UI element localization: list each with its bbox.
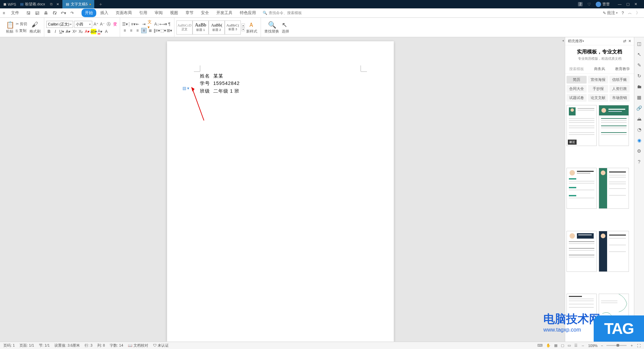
ribbon-tab-layout[interactable]: 页面布局 [112,9,135,17]
vt-link-icon[interactable]: 🔗 [636,105,642,111]
panel-list-icon[interactable]: ⇄ [623,39,626,43]
cat-letter[interactable]: 信纸手账 [609,76,630,84]
more-icon[interactable]: 〉 [636,10,640,16]
hamburger-icon[interactable]: ≡ [0,11,8,15]
ribbon-tab-special[interactable]: 特色应用 [236,9,259,17]
clear-format-icon[interactable]: Ⓐ [106,21,111,27]
file-menu[interactable]: 文件 [8,10,22,16]
doc-tab-1[interactable]: ▤ 盼望着.docx ⧉ ✕ [17,0,62,8]
hand-icon[interactable]: ✋ [546,343,551,348]
panel-close-icon[interactable]: ✕ [628,39,631,43]
status-position[interactable]: 设置值: 3.6厘米 [54,343,80,348]
phonetic-icon[interactable]: 变 [112,21,118,27]
underline-icon[interactable]: U▾ [59,29,64,34]
find-replace-button[interactable]: 🔍查找替换 [263,21,280,34]
font-color-icon[interactable]: A▾ [97,29,103,34]
view-read-icon[interactable]: ▢ [561,343,564,348]
ribbon-tab-section[interactable]: 章节 [182,9,197,17]
font-name-select[interactable]: Calibri (正文)▾ [46,21,73,28]
fullscreen-icon[interactable]: ⛶ [637,344,641,348]
borders-icon[interactable]: ⊞▾ [167,28,172,33]
zoom-out-icon[interactable]: − [601,344,603,348]
panel-tab-education[interactable]: 教育教学 [611,64,634,73]
superscript-icon[interactable]: X² [72,29,77,34]
zoom-in-icon[interactable]: ＋ [630,343,634,348]
tab-window-icon[interactable]: ⧉ [50,2,53,6]
copy-button[interactable]: ⎘复制 [15,28,28,34]
align-left-icon[interactable]: ≡ [122,28,127,33]
print-icon[interactable]: 🖶 [43,10,49,16]
ribbon-tab-security[interactable]: 安全 [198,9,212,17]
status-section[interactable]: 节: 1/1 [39,343,50,348]
font-size-select[interactable]: 小四▾ [74,21,92,28]
template-item[interactable] [599,168,629,209]
zoom-level[interactable]: 109% [588,344,597,348]
cut-button[interactable]: ✂剪切 [15,21,28,27]
new-style-button[interactable]: Ａ新样式 [245,21,259,34]
cat-poster[interactable]: 宣传海报 [588,76,608,84]
new-tab-button[interactable]: ＋ [94,1,107,7]
style-normal[interactable]: AaBbCcD正文 [176,20,193,35]
template-item[interactable]: 最近 [567,105,597,146]
print-preview-icon[interactable]: 🗟 [35,10,40,16]
char-shading-icon[interactable]: A [104,29,109,34]
ribbon-tab-developer[interactable]: 开发工具 [213,9,236,17]
fit-text-icon[interactable]: ⟷▾ [160,21,166,27]
style-heading1[interactable]: AaBb标题 1 [193,20,209,35]
vt-settings-icon[interactable]: ⚙ [636,148,642,154]
vt-style-icon[interactable]: ◫ [636,41,642,47]
vt-select-icon[interactable]: ↖ [636,51,642,57]
status-proof[interactable]: 📖 文档校对 [128,343,148,348]
cat-thesis[interactable]: 论文文献 [588,94,608,102]
italic-icon[interactable]: I [53,29,58,34]
status-words[interactable]: 字数: 14 [110,343,123,348]
view-web-icon[interactable]: ▭ [568,343,571,348]
text-direction-icon[interactable]: 文▾ [148,21,153,27]
cat-handout[interactable]: 手抄报 [588,85,608,93]
vt-clipboard-icon[interactable]: 🖿 [636,84,642,90]
close-icon[interactable]: ✕ [56,2,59,6]
vt-help-icon[interactable]: ? [636,159,642,165]
subscript-icon[interactable]: X₂ [78,29,84,34]
cat-exam[interactable]: 试题试卷 [567,94,587,102]
strikethrough-icon[interactable]: A̶▾ [65,29,71,34]
text-effect-icon[interactable]: A▾ [85,29,90,34]
highlight-icon[interactable]: ab▾ [91,29,96,34]
show-marks-icon[interactable]: ¶ [167,21,172,27]
sort-icon[interactable]: A↓ [154,21,159,27]
comment-button[interactable]: ✎批注▾ [603,10,618,16]
vt-layer-icon[interactable]: ▦ [636,94,642,100]
status-page[interactable]: 页面: 1/1 [19,343,34,348]
collapse-ribbon-icon[interactable]: ︿ [628,10,632,16]
style-heading2[interactable]: AaBb(标题 2 [209,20,225,35]
view-print-icon[interactable]: ▦ [554,343,557,348]
numbering-icon[interactable]: ⋮≡▾ [128,21,134,27]
cat-hr[interactable]: 人资行政 [609,85,630,93]
help-icon[interactable]: ? [622,10,624,16]
style-gallery-nav[interactable]: ▴▾ [241,23,245,31]
doc-line-1[interactable]: 姓名 某某 [200,72,361,80]
align-justify-icon[interactable]: ≡ [141,28,147,33]
paste-button[interactable]: 📋 粘贴 [5,21,15,34]
undo-icon[interactable]: ↶▾ [61,10,66,16]
close-button[interactable]: ✕ [634,2,637,6]
user-menu[interactable]: 曹曹 [596,2,610,7]
grow-font-icon[interactable]: A⁺ [93,21,99,27]
page[interactable]: ▤ ▾ 姓名 某某 学号 159542842 班级 二年级 1 班 [167,41,394,342]
vt-refresh-icon[interactable]: ↻ [636,73,642,79]
ribbon-tab-insert[interactable]: 插入 [97,9,112,17]
template-item[interactable] [599,231,629,272]
vt-shape-icon[interactable]: ✎ [636,62,642,68]
panel-collapse-handle[interactable]: ◂ [561,37,565,342]
view-outline-icon[interactable]: ☰ [574,343,578,348]
doc-line-2[interactable]: 学号 159542842 [200,80,361,87]
undo-history-icon[interactable]: 🗘 [52,10,57,16]
maximize-button[interactable]: ▢ [626,2,630,6]
template-search-input[interactable]: 搜索模板 [565,64,588,73]
format-painter-button[interactable]: 🖌 格式刷 [28,21,42,34]
command-search[interactable]: 🔍 查找命令、搜索模板 [263,10,302,15]
fit-width-icon[interactable]: ↔ [581,344,585,348]
align-right-icon[interactable]: ≡ [135,28,140,33]
cat-marketing[interactable]: 市场营销 [609,94,630,102]
doc-line-3[interactable]: 班级 二年级 1 班 [200,87,361,95]
